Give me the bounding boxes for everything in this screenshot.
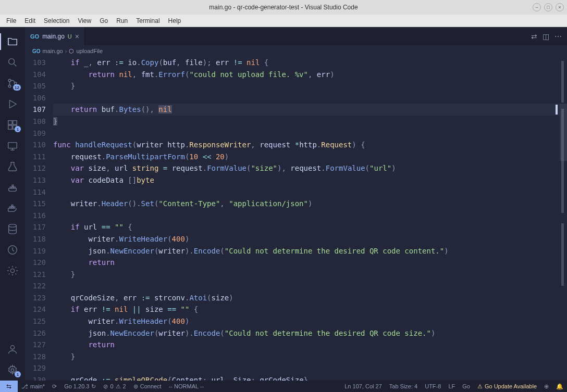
tab-close-icon[interactable]: × xyxy=(75,33,79,40)
code-line[interactable] xyxy=(53,186,560,198)
search-icon[interactable] xyxy=(0,52,25,73)
svg-point-12 xyxy=(10,346,14,349)
code-line[interactable]: return xyxy=(53,257,560,269)
code-line[interactable]: qrCode := simpleQRCode{Content: url, Siz… xyxy=(53,374,560,381)
menu-file[interactable]: File xyxy=(2,16,20,26)
settings-badge: 1 xyxy=(15,371,21,377)
line-number: 112 xyxy=(25,162,46,174)
tab-size[interactable]: Tab Size: 4 xyxy=(386,381,421,392)
settings-icon[interactable]: 1 xyxy=(0,360,25,381)
live-share[interactable]: ⊚Connect xyxy=(130,381,165,392)
line-number: 121 xyxy=(25,269,46,281)
docker-icon[interactable] xyxy=(0,198,25,219)
extensions-icon[interactable]: 1 xyxy=(0,115,25,135)
code-line[interactable]: return xyxy=(53,339,560,351)
status-bar: ⇆ ⎇main* ⟳ Go 1.20.3 ↻ ⊘0 ⚠2 ⊚Connect --… xyxy=(0,381,567,392)
git-branch[interactable]: ⎇main* xyxy=(18,381,48,392)
line-number: 109 xyxy=(25,128,46,140)
menu-run[interactable]: Run xyxy=(112,16,132,26)
close-button[interactable]: × xyxy=(556,3,564,11)
code-line[interactable]: writer.Header().Set("Content-Type", "app… xyxy=(53,198,560,210)
minimize-button[interactable]: – xyxy=(533,3,541,11)
line-gutter: 1031041051061071081091101111121131141151… xyxy=(25,57,53,381)
menu-view[interactable]: View xyxy=(73,16,95,26)
tab-main-go[interactable]: GO main.go U × xyxy=(25,27,85,45)
copilot-icon[interactable] xyxy=(0,260,25,281)
timeline-icon[interactable] xyxy=(0,239,25,260)
code-line[interactable]: } xyxy=(53,80,560,92)
language-mode[interactable]: Go xyxy=(459,381,474,392)
tab-filename: main.go xyxy=(42,33,65,40)
minimap[interactable] xyxy=(560,57,567,381)
run-debug-icon[interactable] xyxy=(0,94,25,115)
eol[interactable]: LF xyxy=(445,381,459,392)
code-line[interactable]: return buf.Bytes(), nil xyxy=(53,104,560,116)
code-line[interactable]: } xyxy=(53,116,560,128)
code-line[interactable]: } xyxy=(53,351,560,363)
code-line[interactable]: func handleRequest(writer http.ResponseW… xyxy=(53,139,560,151)
broadcast-icon: ⊚ xyxy=(133,383,138,390)
line-number: 125 xyxy=(25,315,46,327)
editor-area: GO main.go U × ⇄ ◫ ⋯ GO main.go › ⬡ uplo… xyxy=(25,27,567,381)
menu-go[interactable]: Go xyxy=(95,16,112,26)
menu-terminal[interactable]: Terminal xyxy=(132,16,164,26)
remote-icon[interactable] xyxy=(0,135,25,156)
code-line[interactable] xyxy=(53,128,560,140)
code-content[interactable]: if _, err := io.Copy(buf, file); err != … xyxy=(53,57,560,381)
compare-icon[interactable]: ⇄ xyxy=(531,32,537,41)
code-line[interactable]: } xyxy=(53,269,560,281)
explorer-icon[interactable] xyxy=(0,31,25,52)
code-line[interactable]: if err != nil || size == "" { xyxy=(53,304,560,315)
line-number: 129 xyxy=(25,362,46,374)
line-number: 106 xyxy=(25,92,46,104)
code-line[interactable]: if _, err := io.Copy(buf, file); err != … xyxy=(53,57,560,69)
code-line[interactable] xyxy=(53,210,560,222)
code-line[interactable]: writer.WriteHeader(400) xyxy=(53,233,560,245)
split-editor-icon[interactable]: ◫ xyxy=(543,32,549,41)
source-control-icon[interactable]: 12 xyxy=(0,73,25,94)
svg-point-13 xyxy=(11,369,14,372)
encoding[interactable]: UTF-8 xyxy=(421,381,445,392)
testing-icon[interactable] xyxy=(0,156,25,177)
menu-bar: FileEditSelectionViewGoRunTerminalHelp xyxy=(0,15,567,27)
code-line[interactable]: json.NewEncoder(writer).Encode("Could no… xyxy=(53,327,560,339)
window-title: main.go - qr-code-generator-test - Visua… xyxy=(0,4,567,11)
svg-rect-6 xyxy=(8,125,12,129)
notifications-icon[interactable]: 🔔 xyxy=(552,381,567,392)
code-line[interactable] xyxy=(53,362,560,374)
maximize-button[interactable]: □ xyxy=(544,3,552,11)
window-controls: – □ × xyxy=(533,3,564,11)
remote-indicator[interactable]: ⇆ xyxy=(0,381,18,392)
activity-bar: 12 1 xyxy=(0,27,25,381)
go-update[interactable]: ⚠Go Update Available xyxy=(474,381,540,392)
breadcrumb[interactable]: GO main.go › ⬡ uploadFile xyxy=(25,45,567,57)
go-version[interactable]: Go 1.20.3 ↻ xyxy=(60,381,100,392)
line-number: 115 xyxy=(25,198,46,210)
symbol-icon: ⬡ xyxy=(69,48,74,55)
code-line[interactable]: qrCodeSize, err := strconv.Atoi(size) xyxy=(53,292,560,304)
code-line[interactable] xyxy=(53,92,560,104)
more-actions-icon[interactable]: ⋯ xyxy=(554,32,562,41)
code-line[interactable]: json.NewEncoder(writer).Encode("Could no… xyxy=(53,245,560,257)
line-number: 110 xyxy=(25,139,46,151)
code-line[interactable] xyxy=(53,280,560,292)
code-line[interactable]: var size, url string = request.FormValue… xyxy=(53,162,560,174)
cursor-position[interactable]: Ln 107, Col 27 xyxy=(341,381,386,392)
feedback-icon[interactable]: ⊕ xyxy=(540,381,552,392)
menu-help[interactable]: Help xyxy=(164,16,186,26)
sync-icon[interactable]: ⟳ xyxy=(48,381,60,392)
problems[interactable]: ⊘0 ⚠2 xyxy=(100,381,129,392)
breadcrumb-separator: › xyxy=(65,48,67,54)
code-line[interactable]: var codeData []byte xyxy=(53,174,560,186)
account-icon[interactable] xyxy=(0,339,25,360)
code-line[interactable]: if url == "" { xyxy=(53,221,560,233)
menu-edit[interactable]: Edit xyxy=(20,16,40,26)
containers-icon[interactable] xyxy=(0,177,25,198)
database-icon[interactable] xyxy=(0,219,25,239)
code-editor[interactable]: 1031041051061071081091101111121131141151… xyxy=(25,57,567,381)
code-line[interactable]: return nil, fmt.Errorf("could not upload… xyxy=(53,69,560,81)
menu-selection[interactable]: Selection xyxy=(40,16,73,26)
code-line[interactable]: writer.WriteHeader(400) xyxy=(53,315,560,327)
code-line[interactable]: request.ParseMultipartForm(10 << 20) xyxy=(53,151,560,163)
line-number: 116 xyxy=(25,210,46,222)
